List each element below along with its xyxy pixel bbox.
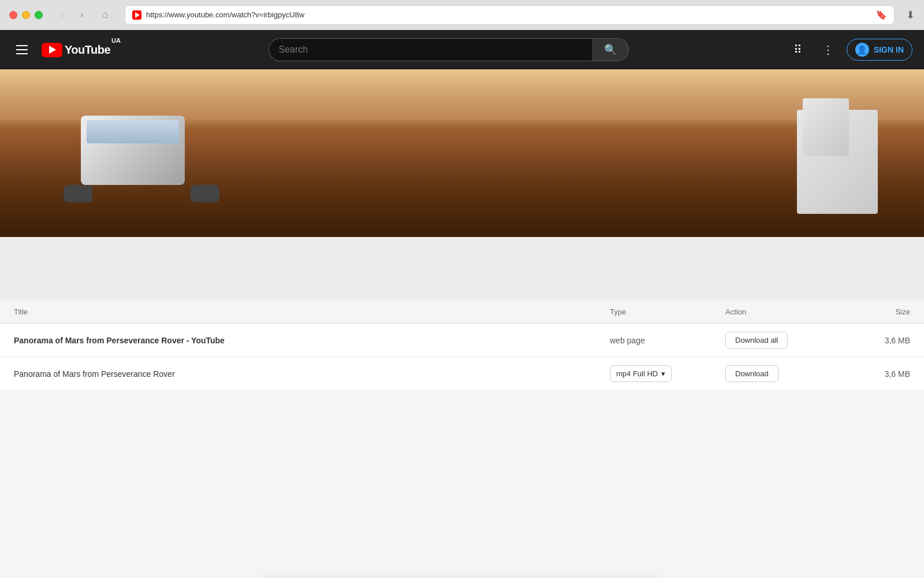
row-1-type: web page — [610, 336, 725, 345]
row-2-size: 3,6 MB — [841, 369, 910, 379]
download-button[interactable]: Download — [725, 365, 778, 382]
col-title-header: Title — [14, 307, 610, 316]
nav-buttons: ‹ › — [54, 7, 90, 23]
grid-icon: ⠿ — [793, 43, 802, 57]
ellipsis-icon: ⋮ — [822, 43, 834, 57]
table-header: Title Type Action Size — [0, 301, 924, 324]
rover-right — [762, 87, 878, 225]
maximize-button[interactable] — [35, 11, 43, 19]
col-size-header: Size — [841, 307, 910, 316]
rover-solar-panel — [87, 120, 179, 143]
col-action-header: Action — [725, 307, 841, 316]
format-label: mp4 Full HD — [616, 369, 658, 378]
row-1-size: 3,6 MB — [841, 336, 910, 345]
page-content: YouTube UA 🔍 ⠿ ⋮ 👤 — [0, 30, 924, 578]
row-2-action: Download — [725, 365, 841, 382]
search-input[interactable] — [269, 38, 592, 61]
traffic-lights — [9, 11, 43, 19]
header-actions: ⠿ ⋮ 👤 SIGN IN — [787, 38, 912, 61]
row-2-format: mp4 Full HD ▾ — [610, 365, 725, 382]
address-bar[interactable]: https://www.youtube.com/watch?v=irbigpyc… — [125, 5, 895, 25]
more-options-button[interactable]: ⋮ — [817, 38, 840, 61]
back-button[interactable]: ‹ — [54, 7, 70, 23]
rover-body — [81, 116, 185, 185]
video-thumbnail[interactable] — [0, 69, 924, 237]
rover-wheel-front-right — [191, 185, 219, 202]
search-container: 🔍 — [130, 38, 768, 61]
table-row: Panorama of Mars from Perseverance Rover… — [0, 357, 924, 391]
video-section — [0, 69, 924, 237]
bookmark-icon[interactable]: 🔖 — [875, 9, 887, 20]
format-dropdown[interactable]: mp4 Full HD ▾ — [610, 365, 672, 382]
rover-wheel-front-left — [64, 185, 92, 202]
row-1-action: Download all — [725, 332, 841, 349]
youtube-logo-text: YouTube — [65, 43, 110, 57]
close-button[interactable] — [9, 11, 17, 19]
mars-panorama — [0, 69, 924, 237]
chevron-down-icon: ▾ — [661, 369, 665, 378]
person-icon: 👤 — [857, 45, 867, 54]
hamburger-menu[interactable] — [12, 40, 32, 59]
grid-menu-button[interactable]: ⠿ — [787, 38, 810, 61]
ua-badge: UA — [111, 37, 121, 44]
youtube-header: YouTube UA 🔍 ⠿ ⋮ 👤 — [0, 30, 924, 69]
resources-table: Title Type Action Size Panorama of Mars … — [0, 301, 924, 578]
home-button[interactable]: ⌂ — [97, 7, 113, 23]
search-icon: 🔍 — [604, 43, 617, 56]
col-type-header: Type — [610, 307, 725, 316]
row-2-title: Panorama of Mars from Perseverance Rover — [14, 369, 610, 379]
youtube-logo[interactable]: YouTube UA — [42, 43, 121, 57]
download-all-button[interactable]: Download all — [725, 332, 788, 349]
sign-in-label: SIGN IN — [874, 45, 904, 54]
sign-in-button[interactable]: 👤 SIGN IN — [847, 39, 912, 61]
sign-in-avatar: 👤 — [855, 43, 869, 57]
rover-left — [46, 92, 231, 220]
url-text: https://www.youtube.com/watch?v=irbigpyc… — [146, 10, 871, 19]
title-bar: ‹ › ⌂ https://www.youtube.com/watch?v=ir… — [0, 0, 924, 30]
search-button[interactable]: 🔍 — [592, 38, 629, 61]
page-body: 🗃 All Resources 🎞 Video 🎵 Audio ⚡ Flash — [0, 69, 924, 578]
minimize-button[interactable] — [22, 11, 30, 19]
download-status-icon[interactable]: ⬇ — [906, 9, 915, 21]
table-row: Panorama of Mars from Perseverance Rover… — [0, 324, 924, 357]
site-favicon — [132, 10, 141, 20]
equipment-box-secondary — [803, 98, 849, 156]
forward-button[interactable]: › — [74, 7, 90, 23]
youtube-logo-icon — [42, 43, 62, 57]
row-1-title: Panorama of Mars from Perseverance Rover… — [14, 336, 610, 345]
browser-window: ‹ › ⌂ https://www.youtube.com/watch?v=ir… — [0, 0, 924, 578]
